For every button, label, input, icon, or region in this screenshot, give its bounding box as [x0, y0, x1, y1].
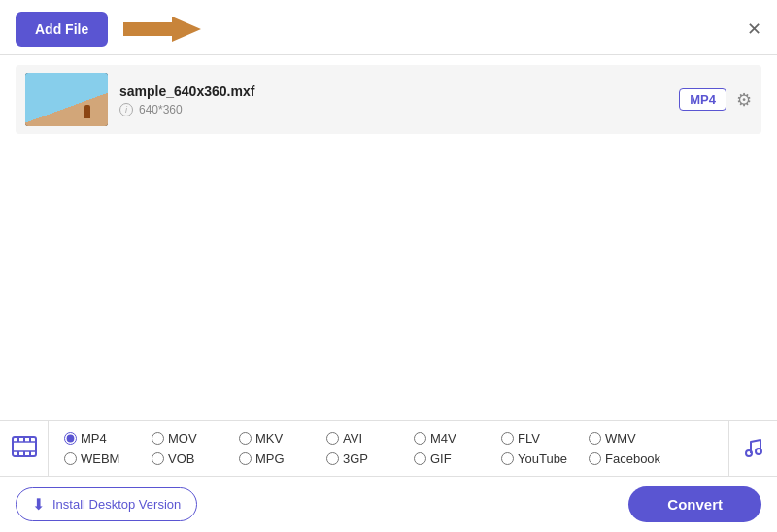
format-radio-mkv[interactable]: [239, 432, 252, 445]
format-option-facebook[interactable]: Facebook: [589, 451, 676, 466]
file-item: sample_640x360.mxf i 640*360 MP4 ⚙: [16, 65, 761, 134]
info-icon: i: [119, 103, 133, 116]
convert-button[interactable]: Convert: [628, 486, 761, 522]
format-radio-youtube[interactable]: [501, 452, 514, 465]
close-button[interactable]: ✕: [747, 20, 761, 38]
install-desktop-button[interactable]: ⬇ Install Desktop Version: [16, 487, 197, 521]
format-left: [0, 421, 49, 476]
music-icon: [741, 434, 766, 464]
format-option-wmv[interactable]: WMV: [589, 431, 676, 446]
format-option-m4v[interactable]: M4V: [414, 431, 501, 446]
format-option-mov[interactable]: MOV: [152, 431, 239, 446]
format-option-flv[interactable]: FLV: [501, 431, 589, 446]
format-selector: MP4 MOV MKV AVI M4V FLV WMV W: [0, 420, 777, 476]
file-actions: MP4 ⚙: [679, 88, 752, 111]
format-row-2: WEBM VOB MPG 3GP GIF YouTube Facebook: [64, 451, 713, 466]
format-option-3gp[interactable]: 3GP: [326, 451, 414, 466]
format-option-avi[interactable]: AVI: [326, 431, 414, 446]
format-radio-webm[interactable]: [64, 452, 77, 465]
thumbnail-figure: [84, 105, 90, 118]
format-right: [728, 421, 777, 476]
format-option-webm[interactable]: WEBM: [64, 451, 152, 466]
settings-button[interactable]: ⚙: [736, 89, 752, 111]
arrow-icon: [123, 15, 201, 44]
svg-rect-2: [13, 442, 36, 451]
file-info: sample_640x360.mxf i 640*360: [119, 83, 667, 116]
format-radio-gif[interactable]: [414, 452, 426, 465]
format-option-mpg[interactable]: MPG: [239, 451, 326, 466]
format-option-mkv[interactable]: MKV: [239, 431, 326, 446]
format-option-vob[interactable]: VOB: [152, 451, 239, 466]
install-label: Install Desktop Version: [52, 497, 181, 512]
format-radio-mp4[interactable]: [64, 432, 77, 445]
format-row-1: MP4 MOV MKV AVI M4V FLV WMV: [64, 431, 713, 446]
bottom-bar: ⬇ Install Desktop Version Convert: [0, 476, 777, 532]
thumbnail-bg: [25, 73, 108, 126]
content-area: [0, 144, 777, 420]
format-option-mp4[interactable]: MP4: [64, 431, 152, 446]
file-meta: i 640*360: [119, 103, 667, 116]
format-option-youtube[interactable]: YouTube: [501, 451, 589, 466]
format-option-gif[interactable]: GIF: [414, 451, 501, 466]
file-name: sample_640x360.mxf: [119, 83, 667, 99]
format-options: MP4 MOV MKV AVI M4V FLV WMV W: [49, 421, 728, 476]
format-radio-3gp[interactable]: [326, 452, 339, 465]
download-icon: ⬇: [32, 495, 45, 514]
format-radio-avi[interactable]: [326, 432, 339, 445]
add-file-section: Add File: [16, 12, 201, 47]
format-radio-m4v[interactable]: [414, 432, 426, 445]
format-radio-mov[interactable]: [152, 432, 164, 445]
file-resolution: 640*360: [139, 103, 183, 116]
file-thumbnail: [25, 73, 108, 126]
format-radio-flv[interactable]: [501, 432, 514, 445]
format-radio-vob[interactable]: [152, 452, 164, 465]
top-bar: Add File ✕: [0, 0, 777, 55]
add-file-button[interactable]: Add File: [16, 12, 108, 47]
svg-marker-0: [123, 17, 201, 42]
format-radio-facebook[interactable]: [589, 452, 601, 465]
format-badge-button[interactable]: MP4: [679, 88, 726, 111]
format-radio-wmv[interactable]: [589, 432, 601, 445]
svg-point-9: [746, 450, 752, 456]
file-list: sample_640x360.mxf i 640*360 MP4 ⚙: [0, 55, 777, 144]
film-icon: [11, 433, 38, 464]
format-radio-mpg[interactable]: [239, 452, 252, 465]
svg-point-10: [756, 449, 761, 454]
